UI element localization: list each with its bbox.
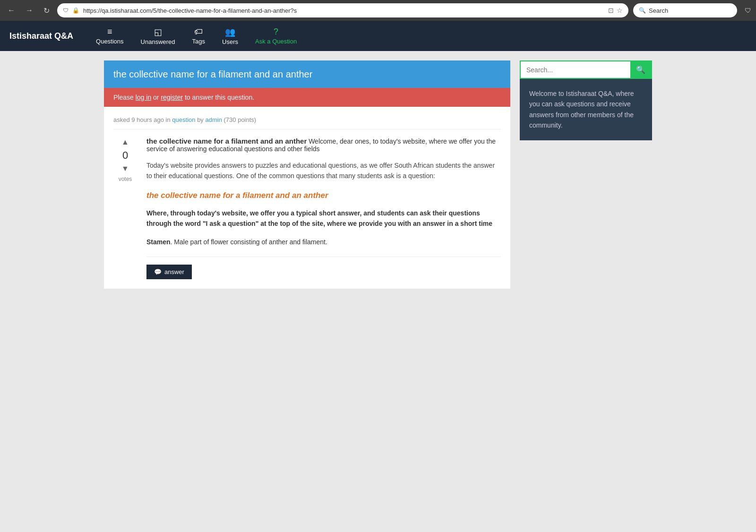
answer-term: Stamen <box>146 238 171 246</box>
address-bar[interactable]: 🛡 🔒 https://qa.istisharaat.com/5/the-col… <box>57 3 628 17</box>
questions-icon: ≡ <box>107 27 112 37</box>
answer-rest: . Male part of flower consisting of anth… <box>171 238 327 246</box>
users-icon: 👥 <box>225 27 235 37</box>
vote-count: 0 <box>122 149 128 162</box>
upvote-button[interactable] <box>120 137 130 147</box>
nav-ask[interactable]: ? Ask a Question <box>247 22 305 50</box>
site-nav: ≡ Questions ◱ Unanswered 🏷 Tags 👥 Users … <box>87 22 305 50</box>
sidebar-search-icon: 🔍 <box>636 66 645 74</box>
site-header: Istisharaat Q&A ≡ Questions ◱ Unanswered… <box>0 21 756 51</box>
nav-questions-label: Questions <box>96 38 124 45</box>
downvote-button[interactable] <box>120 163 130 174</box>
sidebar-welcome: Welcome to Istisharaat Q&A, where you ca… <box>520 79 652 140</box>
question-paragraph: Today's website provides answers to puzz… <box>146 160 501 181</box>
meta-time: 9 hours ago in <box>131 116 172 123</box>
answer-button[interactable]: 💬 answer <box>146 265 192 279</box>
nav-users[interactable]: 👥 Users <box>214 22 247 50</box>
question-title-inline: the collective name for a filament and a… <box>146 137 307 145</box>
meta-author[interactable]: admin <box>205 116 222 123</box>
answer-button-icon: 💬 <box>154 268 162 275</box>
nav-users-label: Users <box>222 38 238 45</box>
meta-by: by <box>197 116 205 123</box>
forward-button[interactable]: → <box>23 4 36 17</box>
sidebar: 🔍 Welcome to Istisharaat Q&A, where you … <box>520 60 652 289</box>
page-wrapper: the collective name for a filament and a… <box>94 51 662 298</box>
question-meta: asked 9 hours ago in question by admin (… <box>113 116 501 129</box>
nav-unanswered-label: Unanswered <box>141 38 175 45</box>
login-link[interactable]: log in <box>136 94 151 101</box>
register-link[interactable]: register <box>161 94 183 101</box>
search-icon: 🔍 <box>639 7 646 14</box>
meta-points: (730 points) <box>224 116 257 123</box>
question-answer-desc: Where, through today's website, we offer… <box>146 208 501 229</box>
reload-button[interactable]: ↻ <box>41 4 52 17</box>
sidebar-search: 🔍 <box>520 60 652 79</box>
nav-ask-label: Ask a Question <box>255 38 297 45</box>
bookmark-icon[interactable]: ⊡ <box>608 7 614 14</box>
meta-category[interactable]: question <box>172 116 195 123</box>
question-title: the collective name for a filament and a… <box>113 69 312 79</box>
answer-button-label: answer <box>164 268 184 275</box>
browser-chrome: ← → ↻ 🛡 🔒 https://qa.istisharaat.com/5/t… <box>0 0 756 21</box>
nav-tags[interactable]: 🏷 Tags <box>184 22 214 50</box>
nav-unanswered[interactable]: ◱ Unanswered <box>132 22 184 50</box>
address-bar-actions: ⊡ ☆ <box>608 7 623 14</box>
tags-icon: 🏷 <box>194 27 203 37</box>
login-notice: Please log in or register to answer this… <box>104 88 510 107</box>
ask-icon: ? <box>274 27 278 37</box>
nav-tags-label: Tags <box>192 38 205 45</box>
question-subtitle: the collective name for a filament and a… <box>146 191 501 200</box>
question-body: asked 9 hours ago in question by admin (… <box>104 107 510 289</box>
search-bar-text: Search <box>649 7 668 14</box>
back-button[interactable]: ← <box>5 4 18 17</box>
question-first-para: the collective name for a filament and a… <box>146 137 501 153</box>
question-layout: 0 votes the collective name for a filame… <box>113 137 501 279</box>
star-icon[interactable]: ☆ <box>617 7 623 14</box>
sidebar-welcome-text: Welcome to Istisharaat Q&A, where you ca… <box>529 90 634 129</box>
question-content: the collective name for a filament and a… <box>146 137 501 279</box>
vote-section: 0 votes <box>113 137 137 279</box>
main-content: the collective name for a filament and a… <box>104 60 510 289</box>
question-title-bar: the collective name for a filament and a… <box>104 60 510 88</box>
question-answer-result: Stamen. Male part of flower consisting o… <box>146 237 501 257</box>
sidebar-search-button[interactable]: 🔍 <box>630 61 651 78</box>
browser-shield-icon: 🛡 <box>745 7 751 14</box>
site-logo[interactable]: Istisharaat Q&A <box>9 31 73 41</box>
lock-icon: 🔒 <box>72 7 79 14</box>
browser-search-bar[interactable]: 🔍 Search <box>633 3 737 17</box>
url-display: https://qa.istisharaat.com/5/the-collect… <box>83 7 604 14</box>
unanswered-icon: ◱ <box>154 27 162 37</box>
meta-action: asked <box>113 116 130 123</box>
security-icon: 🛡 <box>63 7 69 14</box>
nav-questions[interactable]: ≡ Questions <box>87 22 132 50</box>
votes-label: votes <box>119 176 132 182</box>
sidebar-search-input[interactable] <box>521 61 630 78</box>
